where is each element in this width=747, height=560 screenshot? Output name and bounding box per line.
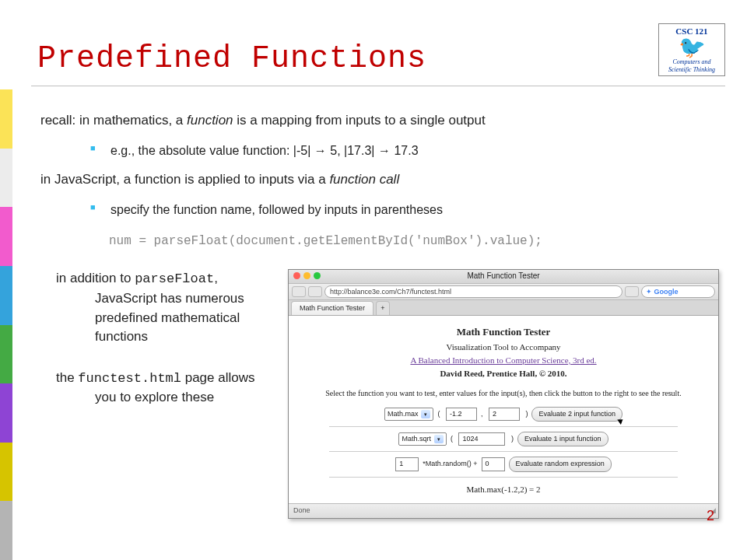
page-content: Math Function Tester Visualization Tool … [289, 316, 718, 503]
input-1b[interactable]: 2 [489, 408, 520, 421]
back-button[interactable] [292, 286, 306, 297]
paragraph-1: recall: in mathematics, a function is a … [40, 111, 719, 131]
fn-select-2[interactable]: Math.sqrt▾ [398, 432, 447, 446]
slide-body: recall: in mathematics, a function is a … [31, 86, 725, 518]
url-text: http://balance3e.com/Ch7/functest.html [330, 287, 451, 297]
page-sub1: Visualization Tool to Accompany [298, 341, 709, 354]
accent-stripes [0, 89, 12, 560]
paragraph-2: in JavaScript, a function is applied to … [40, 170, 719, 190]
search-bar[interactable]: ✦ Google [641, 285, 715, 298]
new-tab-button[interactable]: + [376, 301, 390, 315]
input-1a[interactable]: -1.2 [446, 408, 477, 421]
url-bar[interactable]: http://balance3e.com/Ch7/functest.html [324, 285, 622, 298]
slide: Predefined Functions CSC 121 🐦 Computers… [0, 0, 747, 519]
input-2a[interactable]: 1024 [458, 432, 505, 446]
forward-button[interactable] [308, 286, 322, 297]
page-book-link[interactable]: A Balanced Introduction to Computer Scie… [410, 355, 596, 365]
paragraph-3: in addition to parseFloat, JavaScript ha… [95, 269, 274, 347]
window-title: Math Function Tester [467, 271, 539, 282]
input-3a[interactable]: 1 [395, 457, 419, 471]
course-subtitle: Computers and Scientific Thinking [663, 58, 721, 73]
slide-title: Predefined Functions [37, 41, 426, 76]
fn-select-1[interactable]: Math.max▾ [384, 408, 434, 421]
tab-bar: Math Function Tester + [289, 300, 718, 316]
row-two-input: Math.max▾ ( -1.2 , 2 ) Evaluate 2 input … [298, 407, 709, 422]
minimize-icon[interactable] [303, 272, 310, 279]
bullet-1: e.g., the absolute value function: |-5| … [40, 142, 719, 159]
page-sub3: David Reed, Prentice Hall, © 2010. [298, 368, 709, 380]
course-logo: CSC 121 🐦 Computers and Scientific Think… [658, 23, 725, 76]
status-bar: Done ◢ [289, 503, 718, 517]
lower-text: in addition to parseFloat, JavaScript ha… [40, 269, 274, 429]
close-icon[interactable] [293, 272, 300, 279]
code-example: num = parseFloat(document.getElementById… [40, 233, 719, 250]
slide-header: Predefined Functions CSC 121 🐦 Computers… [31, 0, 725, 86]
browser-tab[interactable]: Math Function Tester [291, 301, 374, 315]
input-3b[interactable]: 0 [482, 457, 505, 471]
eval-random-button[interactable]: Evaluate random expression [509, 457, 612, 471]
paragraph-4: the functest.html page allows you to exp… [95, 369, 274, 408]
window-controls[interactable] [293, 272, 321, 279]
result-text: Math.max(-1.2,2) = 2 [298, 484, 709, 496]
reload-button[interactable] [625, 286, 639, 297]
row-random: 1 *Math.random() + 0 Evaluate random exp… [298, 457, 709, 471]
eval-2-button[interactable]: Evaluate 2 input function [531, 407, 622, 422]
bullet-2: specify the function name, followed by i… [40, 201, 719, 219]
browser-toolbar: http://balance3e.com/Ch7/functest.html ✦… [289, 284, 718, 300]
eval-1-button[interactable]: Evaluate 1 input function [517, 432, 608, 446]
browser-titlebar: Math Function Tester [289, 270, 718, 284]
zoom-icon[interactable] [314, 272, 321, 279]
page-instructions: Select the function you want to test, en… [298, 388, 709, 400]
page-heading: Math Function Tester [298, 325, 709, 340]
row-one-input: Math.sqrt▾ ( 1024 ) Evaluate 1 input fun… [298, 432, 709, 446]
embedded-browser: Math Function Tester http://balance3e.co… [288, 269, 719, 518]
page-number: 2 [707, 508, 714, 524]
mascot-icon: 🐦 [663, 37, 721, 58]
